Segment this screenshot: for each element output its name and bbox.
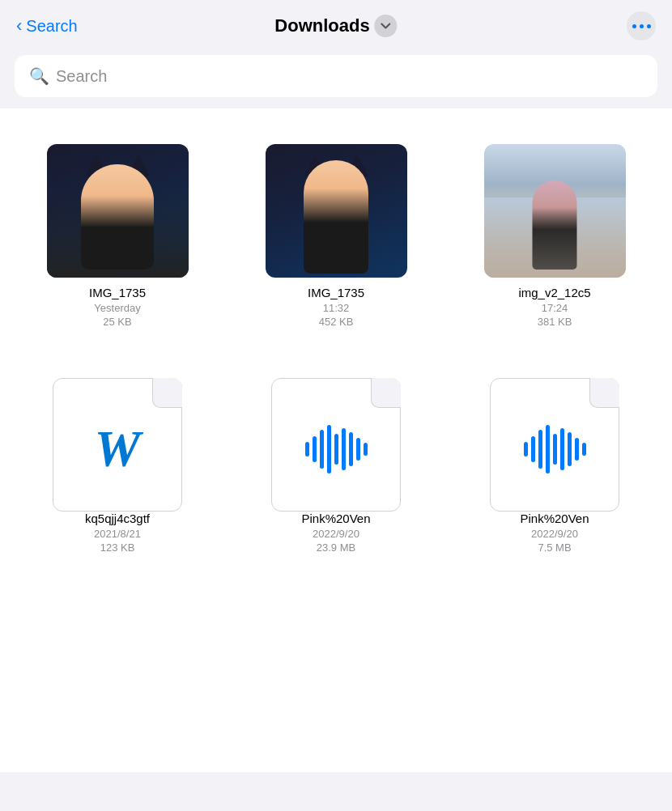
header-title-wrap: Downloads <box>274 15 397 37</box>
back-button[interactable]: ‹ Search <box>16 15 78 36</box>
file-date: 2022/9/20 <box>531 528 578 540</box>
file-browser-content: IMG_1735 Yesterday 25 KB IMG_1735 11:32 … <box>0 108 672 772</box>
section-gap <box>8 342 664 367</box>
search-icon: 🔍 <box>29 66 49 86</box>
file-size: 23.9 MB <box>317 541 355 554</box>
search-placeholder: Search <box>56 67 107 86</box>
list-item[interactable]: W kq5qjj4c3gtf 2021/8/21 123 KB <box>8 367 227 568</box>
dropdown-button[interactable] <box>375 15 398 37</box>
file-name: Pink%20Ven <box>301 512 370 525</box>
file-thumbnail <box>266 144 407 278</box>
file-thumbnail: W <box>53 378 182 512</box>
list-item[interactable]: Pink%20Ven 2022/9/20 7.5 MB <box>445 367 664 568</box>
file-size: 381 KB <box>538 316 572 328</box>
file-date: 2021/8/21 <box>94 528 141 540</box>
files-grid: IMG_1735 Yesterday 25 KB IMG_1735 11:32 … <box>0 125 672 576</box>
file-thumbnail <box>271 378 401 512</box>
audio-waveform-icon <box>305 425 368 473</box>
audio-waveform-icon <box>524 425 586 473</box>
ellipsis-icon <box>632 24 651 28</box>
search-bar[interactable]: 🔍 Search <box>15 55 657 97</box>
file-thumbnail <box>484 144 626 278</box>
file-size: 7.5 MB <box>538 541 571 554</box>
file-thumbnail <box>47 144 189 278</box>
file-size: 123 KB <box>100 541 135 554</box>
page-title: Downloads <box>274 15 369 36</box>
file-name: Pink%20Ven <box>520 512 589 525</box>
list-item[interactable]: IMG_1735 Yesterday 25 KB <box>8 133 227 342</box>
back-label: Search <box>26 17 77 36</box>
file-date: Yesterday <box>94 302 140 314</box>
file-date: 17:24 <box>542 302 568 314</box>
list-item[interactable]: Pink%20Ven 2022/9/20 23.9 MB <box>227 367 445 568</box>
file-size: 452 KB <box>319 316 354 328</box>
more-options-button[interactable] <box>627 11 656 40</box>
file-name: IMG_1735 <box>89 286 146 299</box>
person-shape <box>81 164 154 270</box>
person-street <box>533 180 577 270</box>
file-date: 2022/9/20 <box>313 528 359 540</box>
file-name: kq5qjj4c3gtf <box>85 512 150 525</box>
list-item[interactable]: img_v2_12c5 17:24 381 KB <box>445 133 664 342</box>
file-thumbnail <box>490 378 619 512</box>
person-shape <box>304 160 368 274</box>
chevron-down-icon <box>381 20 392 32</box>
back-chevron-icon: ‹ <box>16 15 22 36</box>
file-size: 25 KB <box>103 316 131 328</box>
file-name: img_v2_12c5 <box>518 286 590 299</box>
word-icon: W <box>95 419 141 479</box>
search-bar-container: 🔍 Search <box>0 49 672 108</box>
list-item[interactable]: IMG_1735 11:32 452 KB <box>227 133 445 342</box>
header: ‹ Search Downloads <box>0 0 672 49</box>
file-name: IMG_1735 <box>308 286 364 299</box>
file-date: 11:32 <box>323 302 350 314</box>
